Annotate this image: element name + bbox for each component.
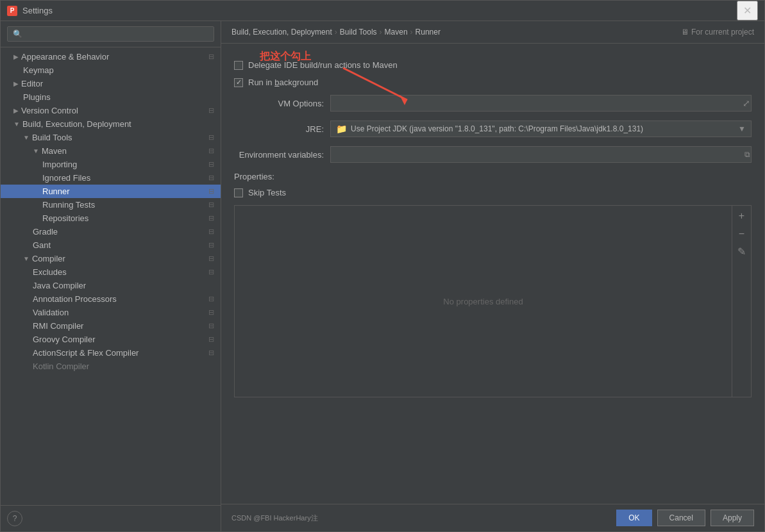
env-copy-button[interactable]: ⧉ [744,150,750,159]
sidebar-item-java-compiler[interactable]: Java Compiler [1,279,221,292]
window-title: Settings [22,6,737,15]
module-icon: ⊟ [208,214,214,222]
sidebar-item-label: Keymap [23,65,54,75]
sidebar-item-build-tools[interactable]: Build Tools ⊟ [1,131,221,144]
sidebar-item-keymap[interactable]: Keymap [1,63,221,77]
properties-header: Properties: [234,172,752,181]
app-icon: P [7,6,17,16]
sidebar-item-version-control[interactable]: Version Control ⊟ [1,104,221,117]
remove-property-button[interactable]: − [735,226,748,242]
breadcrumb-sep-1: › [335,28,337,37]
sidebar-item-label: Appearance & Behavior [21,52,109,62]
no-properties-label: No properties defined [443,297,523,306]
breadcrumb-sep-3: › [410,28,413,37]
project-icon: 🖥 [681,28,689,37]
sidebar-item-validation[interactable]: Validation ⊟ [1,306,221,319]
sidebar-item-runner[interactable]: Runner ⊟ [1,185,221,198]
breadcrumb-part-1: Build, Execution, Deployment [231,28,332,37]
sidebar-item-label: Groovy Compiler [33,335,96,344]
module-icon: ⊟ [208,201,214,209]
breadcrumb-current: Runner [416,28,441,37]
sidebar-item-gant[interactable]: Gant ⊟ [1,238,221,252]
jre-select[interactable]: 📁 Use Project JDK (java version "1.8.0_1… [330,121,752,137]
sidebar-item-appearance[interactable]: Appearance & Behavior ⊟ [1,50,221,63]
module-icon: ⊟ [208,228,214,236]
sidebar-item-label: Compiler [32,254,65,263]
sidebar-item-excludes[interactable]: Excludes ⊟ [1,265,221,279]
apply-button[interactable]: Apply [710,510,754,526]
module-icon: ⊟ [208,335,214,344]
edit-property-button[interactable]: ✎ [735,244,748,260]
skip-tests-label: Skip Tests [248,188,286,197]
vm-options-input[interactable] [330,95,752,112]
sidebar-item-rmi-compiler[interactable]: RMI Compiler ⊟ [1,319,221,333]
help-button[interactable]: ? [7,511,22,526]
env-vars-input[interactable] [330,146,752,163]
arrow-icon [13,53,19,60]
sidebar-item-label: Build, Execution, Deployment [22,119,131,129]
sidebar-item-label: Gradle [33,227,58,237]
sidebar-item-label: Ignored Files [42,173,90,183]
sidebar-item-label: Excludes [33,267,67,277]
sidebar: Appearance & Behavior ⊟ Keymap Editor Pl… [1,21,221,531]
sidebar-item-gradle[interactable]: Gradle ⊟ [1,225,221,238]
sidebar-item-ignored-files[interactable]: Ignored Files ⊟ [1,171,221,185]
search-input[interactable] [7,26,214,42]
sidebar-item-plugins[interactable]: Plugins [1,90,221,104]
breadcrumb: Build, Execution, Deployment › Build Too… [221,21,764,44]
main-content: Appearance & Behavior ⊟ Keymap Editor Pl… [1,21,764,531]
sidebar-item-repositories[interactable]: Repositories ⊟ [1,212,221,225]
sidebar-item-label: Gant [33,240,51,250]
run-background-label: Run in background [248,78,318,87]
folder-icon: 📁 [336,124,347,134]
arrow-icon [33,147,39,154]
sidebar-item-kotlin-compiler[interactable]: Kotlin Compiler [1,360,221,373]
jre-label: JRE: [234,124,324,134]
sidebar-item-label: Running Tests [42,200,95,210]
delegate-checkbox[interactable] [234,61,243,70]
search-box [1,21,221,47]
sidebar-item-running-tests[interactable]: Running Tests ⊟ [1,198,221,212]
delegate-label: Delegate IDE build/run actions to Maven [248,60,398,70]
skip-tests-option-row: Skip Tests [234,188,752,197]
module-icon: ⊟ [208,322,214,330]
sidebar-item-label: Build Tools [32,133,72,142]
cancel-button[interactable]: Cancel [657,510,705,526]
main-panel: 把这个勾上 Delegate IDE build/run actions to … [221,44,764,504]
sidebar-item-importing[interactable]: Importing ⊟ [1,158,221,171]
jre-row: JRE: 📁 Use Project JDK (java version "1.… [234,121,752,137]
settings-window: P Settings ✕ Appearance & Behavior ⊟ Key… [0,0,765,532]
sidebar-item-groovy-compiler[interactable]: Groovy Compiler ⊟ [1,333,221,346]
sidebar-item-label: Validation [33,308,69,317]
module-icon: ⊟ [208,133,214,142]
sidebar-item-editor[interactable]: Editor [1,77,221,90]
sidebar-item-label: Runner [42,187,70,196]
sidebar-item-label: RMI Compiler [33,321,83,331]
vm-options-label: VM Options: [234,99,324,108]
module-icon: ⊟ [208,349,214,357]
for-current-label: For current project [691,28,754,37]
run-background-checkbox[interactable] [234,78,243,87]
add-property-button[interactable]: + [735,208,748,224]
skip-tests-checkbox[interactable] [234,188,243,197]
sidebar-item-compiler[interactable]: Compiler ⊟ [1,252,221,265]
sidebar-item-build-exec[interactable]: Build, Execution, Deployment [1,117,221,131]
sidebar-item-annotation-processors[interactable]: Annotation Processors ⊟ [1,292,221,306]
vm-options-expand-button[interactable]: ⤢ [743,98,750,108]
ok-button[interactable]: OK [616,510,652,526]
close-button[interactable]: ✕ [737,1,758,21]
arrow-icon [13,107,19,114]
arrow-icon [13,121,20,128]
titlebar: P Settings ✕ [1,1,764,21]
sidebar-item-actionscript-compiler[interactable]: ActionScript & Flex Compiler ⊟ [1,346,221,360]
properties-toolbar: + − ✎ [732,206,751,397]
module-icon: ⊟ [208,187,214,195]
sidebar-item-label: ActionScript & Flex Compiler [33,348,139,358]
sidebar-item-maven[interactable]: Maven ⊟ [1,144,221,158]
breadcrumb-sep-2: › [380,28,382,37]
module-icon: ⊟ [208,241,214,249]
watermark-text: CSDN @FBI HackerHary注 [231,513,318,523]
module-icon: ⊟ [208,254,214,263]
bottom-bar: CSDN @FBI HackerHary注 OK Cancel Apply [221,504,764,531]
for-current-project: 🖥 For current project [681,28,754,37]
